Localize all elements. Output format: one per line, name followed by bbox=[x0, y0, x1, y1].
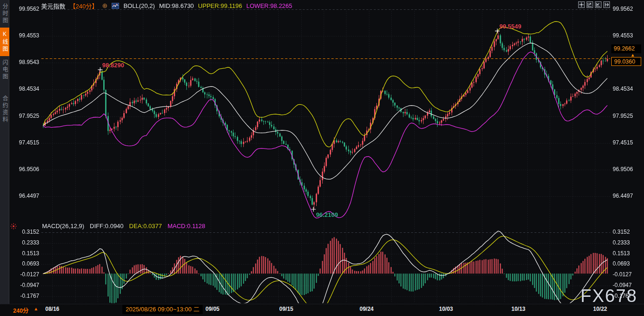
main-y-label-left: 96.4497 bbox=[9, 193, 39, 199]
left-sidebar: 分时图K线图闪电图合约资料 bbox=[0, 0, 9, 304]
chart-header: 美元指数 【240分】 ⊕ BOLL(20,2) MID:98.6730 UPP… bbox=[41, 1, 292, 10]
current-price-tag: 99.0360 bbox=[611, 57, 641, 66]
main-y-label-right: 98.4534 bbox=[613, 86, 644, 92]
mini-line-chart-icon[interactable] bbox=[112, 3, 119, 9]
selected-candle-time: 2025/08/26 09:00~13:00 二 bbox=[122, 305, 203, 314]
macd-y-label-right: 0.0693 bbox=[613, 260, 644, 267]
macd-label: MACD(26,12,9) bbox=[42, 223, 84, 230]
macd-y-label-left: 0.1513 bbox=[9, 250, 39, 257]
macd-y-label-right: -0.0127 bbox=[613, 271, 644, 278]
main-y-label-right: 99.9562 bbox=[613, 6, 644, 12]
macd-y-label-left: -0.1767 bbox=[9, 293, 39, 299]
macd-y-label-left: -0.0947 bbox=[9, 282, 39, 288]
macd-header: MACD(26,12,9) DIFF:0.0940 DEA:0.0377 MAC… bbox=[42, 223, 205, 230]
boll-lower-value: LOWER:98.2265 bbox=[247, 2, 292, 9]
price-up-arrow-icon: ▲ bbox=[630, 52, 635, 57]
period-up-arrow-icon: ▲ bbox=[34, 306, 38, 311]
main-y-label-right: 96.4497 bbox=[613, 193, 644, 199]
pan-right-icon[interactable] bbox=[603, 1, 610, 8]
main-y-label-left: 97.4515 bbox=[9, 139, 39, 146]
x-axis-label: 09/05 bbox=[205, 306, 219, 312]
high-price-annotation: 99.5549 bbox=[499, 23, 521, 30]
watermark: FX678 bbox=[580, 286, 637, 306]
x-axis-label: 10/03 bbox=[439, 306, 453, 312]
macd-y-label-left: -0.0127 bbox=[9, 271, 39, 278]
time-axis-bar bbox=[0, 304, 644, 316]
price-chart-canvas[interactable] bbox=[0, 0, 644, 316]
macd-diff-value: DIFF:0.0940 bbox=[90, 223, 123, 230]
macd-macd-value: MACD:0.1128 bbox=[168, 223, 205, 230]
macd-dea-value: DEA:0.0377 bbox=[129, 223, 162, 230]
macd-y-label-left: 0.3152 bbox=[9, 229, 39, 235]
sidebar-tab-3[interactable]: 闪电图 bbox=[0, 56, 9, 84]
main-y-label-right: 96.9506 bbox=[613, 166, 644, 172]
period-selector[interactable]: 240分 bbox=[13, 306, 28, 315]
x-axis-label: 08/16 bbox=[45, 306, 59, 312]
boll-label: BOLL(20,2) bbox=[123, 2, 155, 9]
main-y-label-left: 99.9562 bbox=[9, 6, 39, 12]
sidebar-tab-1[interactable]: 分时图 bbox=[0, 0, 9, 28]
boll-mid-value: MID:98.6730 bbox=[159, 2, 194, 9]
chart-toolbar bbox=[578, 1, 610, 8]
sidebar-tab-4[interactable]: 合约资料 bbox=[0, 92, 9, 127]
sidebar-tab-2[interactable]: K线图 bbox=[0, 28, 9, 56]
macd-y-label-right: 0.1513 bbox=[613, 250, 644, 257]
boll-upper-value: UPPER:99.1196 bbox=[198, 2, 242, 9]
macd-y-label-left: 0.2333 bbox=[9, 239, 39, 246]
main-y-label-right: 97.9525 bbox=[613, 113, 644, 119]
high-price-annotation: 98.8290 bbox=[102, 62, 124, 69]
macd-y-label-left: 0.0693 bbox=[9, 260, 39, 267]
macd-y-label-right: 0.3152 bbox=[613, 229, 644, 235]
upper-price-tag: 99.2662 bbox=[611, 44, 641, 53]
main-y-label-left: 99.4553 bbox=[9, 32, 39, 39]
macd-y-label-right: 0.2333 bbox=[613, 239, 644, 246]
main-y-label-right: 99.4553 bbox=[613, 32, 644, 39]
main-y-label-left: 98.4534 bbox=[9, 86, 39, 92]
x-axis-label: 09/15 bbox=[279, 306, 293, 312]
symbol-title: 美元指数 bbox=[41, 1, 65, 10]
main-y-label-left: 98.9543 bbox=[9, 59, 39, 65]
chart-application: { "app": { "watermark": "FX678" }, "side… bbox=[0, 0, 644, 316]
red-sun-settings-icon[interactable] bbox=[10, 223, 17, 230]
period-label[interactable]: 【240分】 bbox=[70, 1, 98, 10]
low-price-annotation: 96.2109 bbox=[316, 211, 338, 218]
main-y-label-left: 96.9506 bbox=[9, 166, 39, 172]
main-y-label-right: 97.4515 bbox=[613, 139, 644, 146]
x-axis-label: 09/24 bbox=[360, 306, 374, 312]
main-y-label-left: 97.9525 bbox=[9, 113, 39, 119]
circle-plus-icon[interactable]: ⊕ bbox=[102, 2, 108, 9]
x-axis-label: 10/13 bbox=[511, 306, 525, 312]
move-crosshair-icon[interactable] bbox=[578, 1, 585, 8]
x-axis-label: 10/22 bbox=[593, 306, 607, 312]
zoom-out-axis-icon[interactable] bbox=[595, 1, 602, 8]
zoom-in-axis-icon[interactable] bbox=[587, 1, 593, 8]
